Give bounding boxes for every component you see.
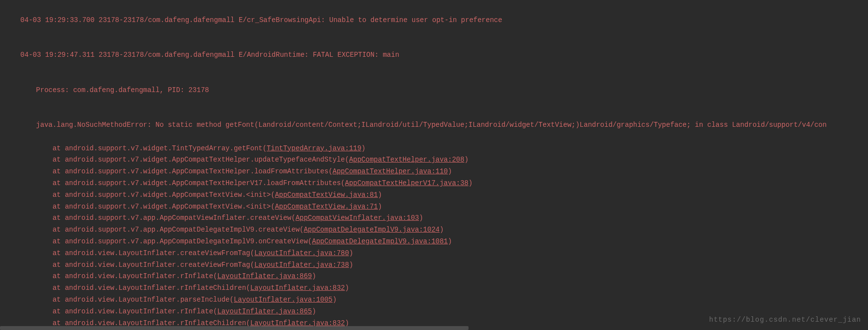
stack-method: at android.view.LayoutInflater.rInflate xyxy=(52,307,213,315)
log-tag: E/AndroidRuntime: xyxy=(239,51,309,59)
stack-method: at android.view.LayoutInflater.rInflateC… xyxy=(52,284,246,292)
log-error-line: java.lang.NoSuchMethodError: No static m… xyxy=(4,108,866,142)
close-paren: ) xyxy=(448,167,452,175)
source-link[interactable]: AppCompatDelegateImplV9.java:1081 xyxy=(312,237,448,245)
source-link[interactable]: TintTypedArray.java:119 xyxy=(267,144,361,152)
stack-frame: at android.view.LayoutInflater.createVie… xyxy=(4,248,866,259)
log-message: Unable to determine user opt-in preferen… xyxy=(329,16,502,24)
close-paren: ) xyxy=(345,284,349,292)
source-link[interactable]: LayoutInflater.java:865 xyxy=(217,307,312,315)
log-process-line: Process: com.dafeng.dafengmall, PID: 231… xyxy=(4,73,866,108)
stack-method: at android.support.v7.widget.AppCompatTe… xyxy=(52,156,345,164)
stack-method: at android.support.v7.app.AppCompatDeleg… xyxy=(52,226,299,234)
stack-frame: at android.support.v7.app.AppCompatDeleg… xyxy=(4,236,866,248)
close-paren: ) xyxy=(349,261,353,269)
open-paren: ( xyxy=(341,179,345,187)
log-timestamp: 04-03 19:29:33.700 xyxy=(21,16,95,24)
open-paren: ( xyxy=(263,144,267,152)
close-paren: ) xyxy=(419,214,423,222)
stack-frame: at android.support.v7.widget.AppCompatTe… xyxy=(4,189,866,201)
log-line-header: 04-03 19:29:47.311 23178-23178/com.dafen… xyxy=(4,38,866,72)
log-timestamp: 04-03 19:29:47.311 xyxy=(21,51,95,59)
open-paren: ( xyxy=(299,226,303,234)
stack-frame: at android.support.v7.widget.AppCompatTe… xyxy=(4,154,866,166)
source-link[interactable]: AppCompatTextHelper.java:110 xyxy=(333,167,448,175)
close-paren: ) xyxy=(378,203,382,211)
source-link[interactable]: AppCompatTextHelper.java:208 xyxy=(349,156,464,164)
stack-frame: at android.support.v7.widget.AppCompatTe… xyxy=(4,178,866,189)
stack-method: at android.view.LayoutInflater.createVie… xyxy=(52,249,250,257)
open-paren: ( xyxy=(292,214,296,222)
open-paren: ( xyxy=(345,156,349,164)
open-paren: ( xyxy=(250,249,254,257)
stack-trace: at android.support.v7.widget.TintTypedAr… xyxy=(4,143,866,330)
close-paren: ) xyxy=(464,156,468,164)
open-paren: ( xyxy=(250,261,254,269)
stack-frame: at android.view.LayoutInflater.createVie… xyxy=(4,259,866,271)
stack-frame: at android.support.v7.widget.TintTypedAr… xyxy=(4,143,866,155)
log-tag: E/cr_SafeBrowsingApi: xyxy=(239,16,325,24)
stack-method: at android.support.v7.widget.AppCompatTe… xyxy=(52,179,341,187)
close-paren: ) xyxy=(469,179,472,187)
stack-frame: at android.view.LayoutInflater.rInflate(… xyxy=(4,271,866,283)
close-paren: ) xyxy=(361,144,365,152)
close-paren: ) xyxy=(349,249,353,257)
stack-method: at android.view.LayoutInflater.rInflate xyxy=(52,272,213,280)
log-pid: 23178-23178/com.dafeng.dafengmall xyxy=(99,51,234,59)
close-paren: ) xyxy=(312,272,316,280)
close-paren: ) xyxy=(448,237,452,245)
source-link[interactable]: AppCompatViewInflater.java:103 xyxy=(296,214,419,222)
horizontal-scrollbar[interactable] xyxy=(0,325,868,330)
stack-method: at android.support.v7.widget.TintTypedAr… xyxy=(52,144,262,152)
open-paren: ( xyxy=(246,284,250,292)
source-link[interactable]: AppCompatTextHelperV17.java:38 xyxy=(345,179,469,187)
log-pid: 23178-23178/com.dafeng.dafengmall xyxy=(99,16,234,24)
source-link[interactable]: AppCompatTextView.java:71 xyxy=(275,203,378,211)
stack-method: at android.support.v7.widget.AppCompatTe… xyxy=(52,191,271,199)
process-text: Process: com.dafeng.dafengmall, PID: 231… xyxy=(36,86,209,94)
source-link[interactable]: LayoutInflater.java:738 xyxy=(254,261,349,269)
log-line-header: 04-03 19:29:33.700 23178-23178/com.dafen… xyxy=(4,3,866,38)
scrollbar-thumb[interactable] xyxy=(0,326,469,330)
open-paren: ( xyxy=(328,167,332,175)
stack-method: at android.view.LayoutInflater.createVie… xyxy=(52,261,250,269)
stack-frame: at android.view.LayoutInflater.rInflate(… xyxy=(4,306,866,318)
stack-frame: at android.support.v7.widget.AppCompatTe… xyxy=(4,201,866,213)
close-paren: ) xyxy=(333,296,337,304)
close-paren: ) xyxy=(378,191,382,199)
logcat-output: 04-03 19:29:33.700 23178-23178/com.dafen… xyxy=(0,0,868,330)
stack-method: at android.view.LayoutInflater.parseIncl… xyxy=(52,296,229,304)
stack-frame: at android.view.LayoutInflater.rInflateC… xyxy=(4,283,866,294)
stack-frame: at android.view.LayoutInflater.parseIncl… xyxy=(4,294,866,306)
stack-frame: at android.support.v7.widget.AppCompatTe… xyxy=(4,166,866,178)
source-link[interactable]: LayoutInflater.java:869 xyxy=(217,272,312,280)
stack-method: at android.support.v7.app.AppCompatDeleg… xyxy=(52,237,308,245)
source-link[interactable]: LayoutInflater.java:1005 xyxy=(234,296,333,304)
open-paren: ( xyxy=(271,191,275,199)
log-message: FATAL EXCEPTION: main xyxy=(313,51,399,59)
open-paren: ( xyxy=(308,237,312,245)
open-paren: ( xyxy=(271,203,275,211)
stack-method: at android.support.v7.app.AppCompatViewI… xyxy=(52,214,291,222)
source-link[interactable]: AppCompatTextView.java:81 xyxy=(275,191,378,199)
source-link[interactable]: LayoutInflater.java:780 xyxy=(254,249,349,257)
source-link[interactable]: AppCompatDelegateImplV9.java:1024 xyxy=(304,226,440,234)
stack-frame: at android.support.v7.app.AppCompatViewI… xyxy=(4,212,866,224)
close-paren: ) xyxy=(312,307,316,315)
stack-frame: at android.support.v7.app.AppCompatDeleg… xyxy=(4,224,866,236)
stack-method: at android.support.v7.widget.AppCompatTe… xyxy=(52,167,328,175)
close-paren: ) xyxy=(440,226,444,234)
source-link[interactable]: LayoutInflater.java:832 xyxy=(250,284,345,292)
error-text: java.lang.NoSuchMethodError: No static m… xyxy=(36,121,827,129)
open-paren: ( xyxy=(229,296,233,304)
stack-method: at android.support.v7.widget.AppCompatTe… xyxy=(52,203,271,211)
